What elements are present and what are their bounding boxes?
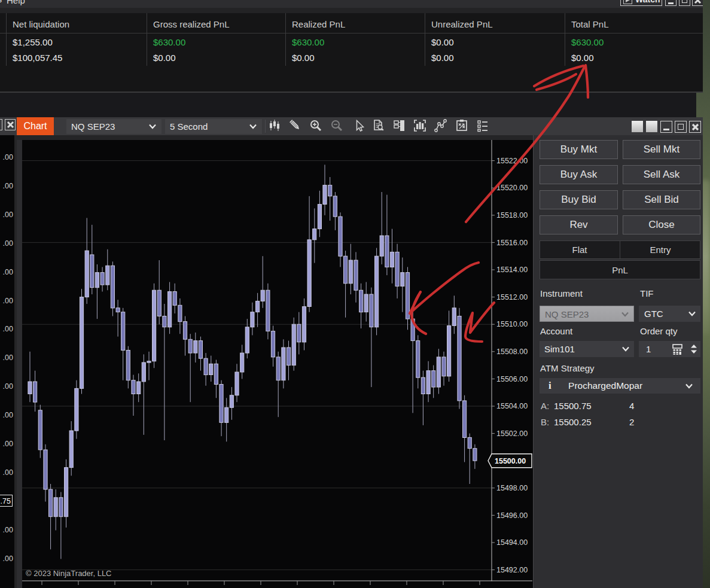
svg-text:15492.00: 15492.00	[496, 566, 528, 574]
svg-text:15512.00: 15512.00	[496, 293, 528, 301]
svg-text:15504.00: 15504.00	[496, 402, 528, 410]
svg-text:15520.00: 15520.00	[496, 184, 528, 192]
svg-text:15516.00: 15516.00	[496, 239, 528, 247]
svg-text:15518.00: 15518.00	[496, 211, 528, 220]
svg-text:15496.00: 15496.00	[496, 511, 528, 520]
svg-text:15494.00: 15494.00	[496, 538, 528, 547]
svg-text:15500.00: 15500.00	[495, 457, 526, 465]
svg-text:15502.00: 15502.00	[496, 429, 528, 438]
svg-text:15522.00: 15522.00	[496, 157, 528, 165]
svg-text:15508.00: 15508.00	[496, 348, 528, 356]
svg-text:© 2023 NinjaTrader, LLC: © 2023 NinjaTrader, LLC	[26, 569, 112, 578]
svg-text:15498.00: 15498.00	[496, 484, 528, 492]
svg-text:15506.00: 15506.00	[496, 375, 528, 383]
svg-text:15514.00: 15514.00	[496, 266, 528, 274]
svg-text:15510.00: 15510.00	[496, 320, 528, 328]
